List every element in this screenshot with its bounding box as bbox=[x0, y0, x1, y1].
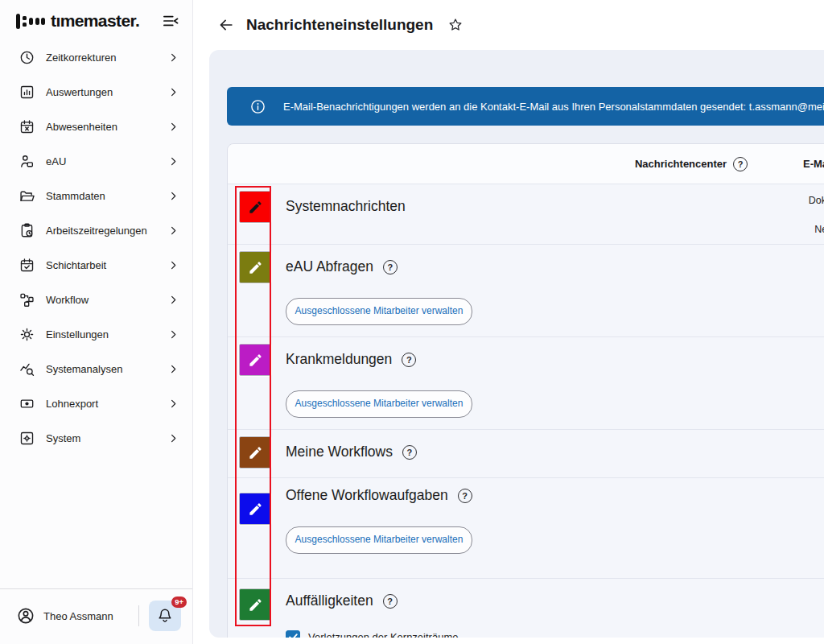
option-row: täglich bbox=[599, 275, 824, 304]
chevron-right-icon bbox=[167, 259, 179, 271]
notification-group-row: Offene Workflowaufgaben Ausgeschlossene … bbox=[228, 478, 824, 579]
sidebar: tımemaster. Zeitkorrekturen Auswertungen… bbox=[0, 0, 193, 644]
color-picker-button[interactable] bbox=[239, 191, 271, 223]
color-picker-button[interactable] bbox=[239, 436, 271, 469]
manage-excluded-employees-button[interactable]: Ausgeschlossene Mitarbeiter verwalten bbox=[286, 390, 472, 418]
color-picker-button[interactable] bbox=[239, 344, 271, 376]
sidebar-collapse-icon[interactable] bbox=[160, 12, 181, 30]
option-label: beim Erstellen bbox=[599, 255, 824, 266]
sidebar-item-system[interactable]: System bbox=[0, 421, 192, 456]
group-title: Auffälligkeiten bbox=[286, 592, 373, 611]
option-row: je offene Aufgabe bbox=[599, 483, 824, 512]
settings-card: E-Mail-Benachrichtigungen werden an die … bbox=[209, 50, 824, 638]
option-row: beim Ereignis bbox=[599, 339, 824, 368]
clipboard-clock-icon bbox=[18, 222, 35, 240]
bell-icon bbox=[156, 607, 174, 625]
chevron-right-icon bbox=[167, 52, 179, 64]
help-icon[interactable] bbox=[383, 594, 398, 609]
sidebar-item-systemanalysen[interactable]: Systemanalysen bbox=[0, 352, 192, 386]
option-row: beim Erstellen bbox=[599, 246, 824, 275]
option-row: beim Ereignis bbox=[599, 431, 824, 460]
option-row: täglich bbox=[599, 512, 824, 541]
help-icon[interactable] bbox=[402, 445, 417, 460]
sidebar-item-stammdaten[interactable]: Stammdaten bbox=[0, 179, 192, 213]
user-avatar-icon bbox=[16, 606, 35, 625]
clock-icon bbox=[18, 49, 35, 67]
option-label: beim Ereignis bbox=[599, 440, 824, 452]
chevron-right-icon bbox=[167, 155, 179, 167]
option-label: News von Timemaster bbox=[599, 224, 824, 235]
info-banner: E-Mail-Benachrichtigungen werden an die … bbox=[227, 87, 824, 126]
sidebar-item-einstellungen[interactable]: Einstellungen bbox=[0, 317, 192, 352]
color-picker-button[interactable] bbox=[239, 251, 271, 283]
help-icon[interactable] bbox=[402, 353, 416, 367]
favorite-star-icon[interactable] bbox=[444, 14, 467, 36]
option-row: Dokumentenverwaltung bbox=[599, 186, 824, 215]
sidebar-item-arbeitszeitregelungen[interactable]: Arbeitszeitregelungen bbox=[0, 213, 192, 248]
sidebar-item-schichtarbeit[interactable]: Schichtarbeit bbox=[0, 248, 192, 283]
option-label: wöchentlich bbox=[599, 550, 824, 561]
help-icon[interactable] bbox=[458, 489, 472, 503]
user-name[interactable]: Theo Assmann bbox=[43, 610, 113, 622]
notification-group-row: Systemnachrichten Dokumentenverwaltung N… bbox=[228, 184, 824, 245]
color-picker-button[interactable] bbox=[239, 493, 271, 525]
option-label: täglich bbox=[599, 589, 824, 601]
main-header: Nachrichteneinstellungen bbox=[193, 0, 824, 50]
group-title: Meine Workflows bbox=[286, 443, 393, 462]
banner-text: E-Mail-Benachrichtigungen werden an die … bbox=[283, 101, 824, 113]
option-label: täglich bbox=[599, 284, 824, 295]
folder-icon bbox=[18, 188, 35, 205]
sidebar-item-lohnexport[interactable]: Lohnexport bbox=[0, 386, 192, 421]
option-row: täglich bbox=[599, 580, 824, 609]
notification-badge: 9+ bbox=[171, 597, 187, 608]
sidebar-nav: Zeitkorrekturen Auswertungen Abwesenheit… bbox=[0, 39, 192, 456]
sidebar-item-zeitkorrekturen[interactable]: Zeitkorrekturen bbox=[0, 40, 192, 75]
chevron-right-icon bbox=[167, 190, 179, 202]
chevron-right-icon bbox=[167, 363, 179, 375]
option-row: wöchentlich bbox=[599, 397, 824, 426]
sidebar-item-abwesenheiten[interactable]: Abwesenheiten bbox=[0, 109, 192, 144]
notification-settings-table: Nachrichtencenter E-Mail Systemnachricht… bbox=[227, 143, 824, 638]
chevron-right-icon bbox=[167, 86, 179, 98]
color-picker-button[interactable] bbox=[239, 588, 271, 621]
help-icon[interactable] bbox=[383, 260, 398, 275]
help-icon[interactable] bbox=[733, 157, 748, 171]
group-title: Systemnachrichten bbox=[286, 197, 406, 217]
option-row: täglich bbox=[599, 368, 824, 397]
column-header-nachrichtencenter: Nachrichtencenter bbox=[635, 158, 727, 170]
sub-checkbox-label: Verletzungen der Kernzeiträume bbox=[308, 631, 458, 638]
chevron-right-icon bbox=[167, 398, 179, 410]
manage-excluded-employees-button[interactable]: Ausgeschlossene Mitarbeiter verwalten bbox=[286, 526, 472, 554]
chevron-right-icon bbox=[167, 225, 179, 237]
calendar-check-icon bbox=[18, 257, 35, 275]
notification-group-row: eAU Abfragen Ausgeschlossene Mitarbeiter… bbox=[228, 245, 824, 337]
chevron-right-icon bbox=[167, 328, 179, 341]
group-title: Krankmeldungen bbox=[286, 350, 392, 369]
gear-icon bbox=[18, 326, 35, 344]
bar-chart-icon bbox=[18, 84, 35, 101]
calendar-x-icon bbox=[18, 118, 35, 136]
option-label: wöchentlich bbox=[599, 618, 824, 630]
sidebar-item-auswertungen[interactable]: Auswertungen bbox=[0, 75, 192, 109]
chart-magnifier-icon bbox=[18, 361, 35, 378]
back-button[interactable] bbox=[214, 13, 238, 37]
option-row: News von Timemaster bbox=[599, 215, 824, 244]
option-label: wöchentlich bbox=[599, 406, 824, 417]
sub-checkbox[interactable] bbox=[286, 630, 300, 638]
manage-excluded-employees-button[interactable]: Ausgeschlossene Mitarbeiter verwalten bbox=[286, 298, 472, 325]
option-label: beim Ereignis bbox=[599, 348, 824, 359]
logo-text: tımemaster. bbox=[51, 11, 139, 31]
info-icon bbox=[249, 98, 266, 115]
logo-row: tımemaster. bbox=[0, 0, 192, 39]
sidebar-item-workflow[interactable]: Workflow bbox=[0, 283, 192, 317]
notifications-button[interactable]: 9+ bbox=[149, 601, 181, 631]
timemaster-logo-icon bbox=[16, 14, 45, 29]
option-label: wöchentlich bbox=[599, 313, 824, 324]
sidebar-item-eau[interactable]: eAU bbox=[0, 144, 192, 179]
chevron-right-icon bbox=[167, 121, 179, 133]
workflow-nodes-icon bbox=[18, 291, 35, 309]
page-title: Nachrichteneinstellungen bbox=[246, 16, 433, 34]
sidebar-footer: Theo Assmann 9+ bbox=[0, 588, 192, 644]
notification-group-row: Krankmeldungen Ausgeschlossene Mitarbeit… bbox=[228, 337, 824, 430]
option-label: Dokumentenverwaltung bbox=[599, 195, 824, 206]
